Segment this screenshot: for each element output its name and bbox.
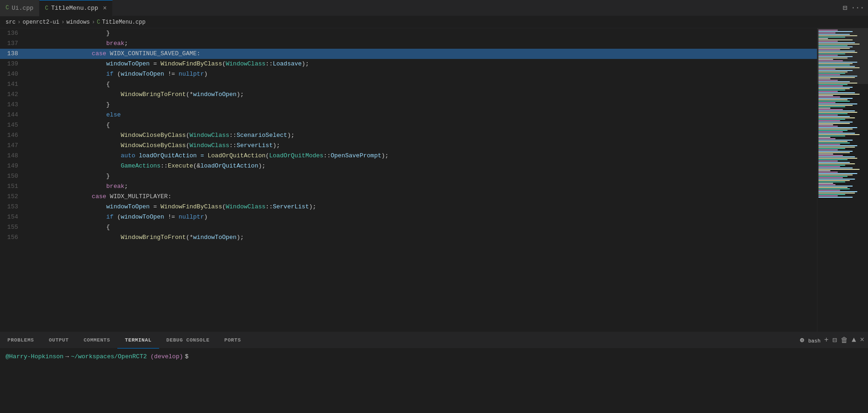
gutter-151 [26, 181, 32, 192]
line-content-156: WindowBringToFront(*windowToOpen); [32, 232, 817, 243]
line-number-147: 147 [0, 141, 26, 151]
tab-comments[interactable]: COMMENTS [76, 332, 117, 348]
terminal-shell-icon: ⊕ bash [800, 336, 821, 345]
code-lines: 136 }137 break;138 case WIDX_CONTINUE_SA… [0, 28, 817, 332]
line-content-147: WindowCloseByClass(WindowClass::ServerLi… [32, 141, 817, 151]
maximize-panel-button[interactable]: ▲ [852, 336, 856, 344]
code-line-155[interactable]: 155 { [0, 222, 817, 232]
line-number-146: 146 [0, 130, 26, 141]
trash-terminal-button[interactable]: 🗑 [841, 336, 848, 345]
line-content-152: case WIDX_MULTIPLAYER: [32, 192, 817, 202]
gutter-146 [26, 130, 32, 141]
gutter-138 [26, 49, 32, 59]
code-line-143[interactable]: 143 } [0, 100, 817, 110]
tab-output[interactable]: OUTPUT [41, 332, 76, 348]
line-content-138: case WIDX_CONTINUE_SAVED_GAME: [32, 49, 817, 59]
breadcrumb-sep-2: › [61, 19, 64, 26]
terminal-path: ~/workspaces/OpenRCT2 [71, 352, 147, 361]
terminal-prompt: @ Harry-Hopkinson → ~/workspaces/OpenRCT… [6, 352, 862, 361]
panel-actions: ⊕ bash + ⊟ 🗑 ▲ × [796, 336, 868, 345]
breadcrumb-src[interactable]: src [6, 19, 16, 26]
gutter-137 [26, 39, 32, 49]
code-line-152[interactable]: 152 case WIDX_MULTIPLAYER: [0, 192, 817, 202]
line-content-143: } [32, 100, 817, 110]
line-number-156: 156 [0, 232, 26, 243]
close-panel-button[interactable]: × [860, 336, 864, 344]
code-line-154[interactable]: 154 if (windowToOpen != nullptr) [0, 212, 817, 222]
gutter-154 [26, 212, 32, 222]
code-line-142[interactable]: 142 WindowBringToFront(*windowToOpen); [0, 90, 817, 100]
line-number-140: 140 [0, 69, 26, 79]
line-number-143: 143 [0, 100, 26, 110]
more-button[interactable]: ··· [851, 4, 864, 12]
line-content-150: } [32, 171, 817, 181]
gutter-155 [26, 222, 32, 232]
code-line-139[interactable]: 139 windowToOpen = WindowFindByClass(Win… [0, 59, 817, 69]
split-terminal-button[interactable]: ⊟ [832, 336, 837, 345]
line-number-142: 142 [0, 90, 26, 100]
line-content-142: WindowBringToFront(*windowToOpen); [32, 90, 817, 100]
code-line-148[interactable]: 148 auto loadOrQuitAction = LoadOrQuitAc… [0, 151, 817, 161]
gutter-136 [26, 28, 32, 39]
split-editor-button[interactable]: ⊟ [843, 3, 848, 13]
gutter-147 [26, 141, 32, 151]
tab-debug-console[interactable]: DEBUG CONSOLE [159, 332, 217, 348]
code-line-150[interactable]: 150 } [0, 171, 817, 181]
tab-ports[interactable]: PORTS [217, 332, 249, 348]
tab-terminal[interactable]: TERMINAL [117, 332, 159, 348]
code-line-151[interactable]: 151 break; [0, 181, 817, 192]
line-number-153: 153 [0, 202, 26, 212]
gutter-152 [26, 192, 32, 202]
minimap-viewport [817, 28, 868, 84]
code-line-144[interactable]: 144 else [0, 110, 817, 120]
line-content-144: else [32, 110, 817, 120]
add-terminal-button[interactable]: + [824, 336, 829, 344]
file-icon-titlemenu: C [45, 5, 48, 12]
line-number-144: 144 [0, 110, 26, 120]
line-content-136: } [32, 28, 817, 39]
tab-actions: ⊟ ··· [839, 3, 868, 13]
line-content-137: break; [32, 39, 817, 49]
terminal-content[interactable]: @ Harry-Hopkinson → ~/workspaces/OpenRCT… [0, 348, 868, 413]
tab-label-titlemenu: TitleMenu.cpp [51, 5, 98, 12]
code-line-138[interactable]: 138 case WIDX_CONTINUE_SAVED_GAME: [0, 49, 817, 59]
close-tab-button[interactable]: × [103, 5, 107, 12]
line-number-154: 154 [0, 212, 26, 222]
tab-bar: C Ui.cpp C TitleMenu.cpp × ⊟ ··· [0, 0, 868, 16]
gutter-139 [26, 59, 32, 69]
gutter-150 [26, 171, 32, 181]
panel-tabs: PROBLEMS OUTPUT COMMENTS TERMINAL DEBUG … [0, 332, 868, 348]
terminal-dollar: $ [185, 352, 189, 361]
code-line-140[interactable]: 140 if (windowToOpen != nullptr) [0, 69, 817, 79]
code-line-149[interactable]: 149 GameActions::Execute(&loadOrQuitActi… [0, 161, 817, 171]
code-line-136[interactable]: 136 } [0, 28, 817, 39]
tab-problems[interactable]: PROBLEMS [0, 332, 41, 348]
terminal-space [147, 352, 150, 361]
line-number-139: 139 [0, 59, 26, 69]
code-line-137[interactable]: 137 break; [0, 39, 817, 49]
tab-titlemenu-cpp[interactable]: C TitleMenu.cpp × [39, 0, 113, 16]
line-number-155: 155 [0, 222, 26, 232]
code-line-146[interactable]: 146 WindowCloseByClass(WindowClass::Scen… [0, 130, 817, 141]
terminal-user: Harry-Hopkinson [9, 352, 64, 361]
tab-ui-cpp[interactable]: C Ui.cpp [0, 0, 39, 16]
line-content-149: GameActions::Execute(&loadOrQuitAction); [32, 161, 817, 171]
code-line-153[interactable]: 153 windowToOpen = WindowFindByClass(Win… [0, 202, 817, 212]
breadcrumb-filename[interactable]: TitleMenu.cpp [102, 19, 146, 26]
code-editor[interactable]: 136 }137 break;138 case WIDX_CONTINUE_SA… [0, 28, 817, 332]
terminal-branch: (develop) [150, 352, 183, 361]
line-content-154: if (windowToOpen != nullptr) [32, 212, 817, 222]
code-line-147[interactable]: 147 WindowCloseByClass(WindowClass::Serv… [0, 141, 817, 151]
breadcrumb-openrct2-ui[interactable]: openrct2-ui [23, 19, 59, 26]
line-content-148: auto loadOrQuitAction = LoadOrQuitAction… [32, 151, 817, 161]
breadcrumb-windows[interactable]: windows [66, 19, 90, 26]
line-number-141: 141 [0, 79, 26, 90]
terminal-shell-label: ⊕ [800, 336, 804, 345]
line-number-150: 150 [0, 171, 26, 181]
code-line-156[interactable]: 156 WindowBringToFront(*windowToOpen); [0, 232, 817, 243]
code-line-145[interactable]: 145 { [0, 120, 817, 130]
code-line-141[interactable]: 141 { [0, 79, 817, 90]
line-content-151: break; [32, 181, 817, 192]
line-number-136: 136 [0, 28, 26, 39]
gutter-140 [26, 69, 32, 79]
